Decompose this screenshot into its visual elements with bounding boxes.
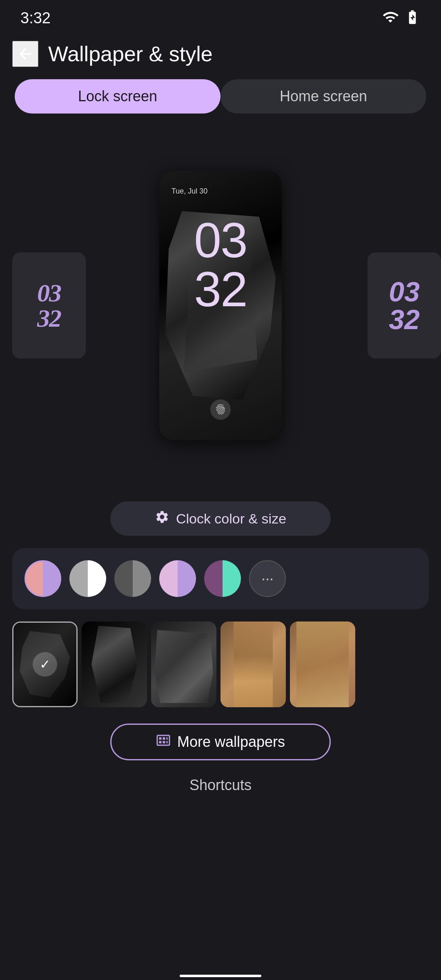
home-indicator	[180, 975, 261, 977]
tab-lock-screen[interactable]: Lock screen	[15, 79, 220, 114]
tab-row: Lock screen Home screen	[0, 75, 441, 122]
phone-clock-hour: 03	[159, 216, 282, 265]
phone-preview[interactable]: Tue, Jul 30 03 32	[159, 171, 282, 440]
clock-color-size-label: Clock color & size	[176, 511, 286, 527]
wallpaper-thumb-1[interactable]	[82, 621, 147, 707]
palette-row: ···	[24, 560, 416, 597]
color-swatch-gray[interactable]	[114, 560, 151, 597]
more-wallpapers-label: More wallpapers	[177, 733, 285, 751]
preview-area: 03 32 Tue, Jul 30 03 32 03 32	[0, 122, 441, 489]
phone-clock-minute: 32	[159, 265, 282, 314]
wallpaper-grid-icon	[156, 733, 171, 751]
right-minute: 32	[389, 305, 420, 333]
top-nav: Wallpaper & style	[0, 33, 441, 75]
gear-icon	[155, 510, 169, 528]
color-swatch-purple-pink[interactable]	[24, 560, 61, 597]
tab-home-screen[interactable]: Home screen	[220, 79, 426, 114]
status-icons	[382, 9, 421, 27]
clock-style-left: 03 32	[37, 280, 61, 331]
more-wallpapers-button[interactable]: More wallpapers	[110, 724, 331, 760]
color-swatch-purple-lavender[interactable]	[159, 560, 196, 597]
color-swatch-more[interactable]: ···	[249, 560, 286, 597]
palette-section: ···	[12, 548, 429, 609]
page-title: Wallpaper & style	[48, 42, 213, 66]
right-hour: 03	[389, 278, 420, 305]
phone-wallpaper: Tue, Jul 30 03 32	[159, 171, 282, 440]
color-swatch-white[interactable]	[69, 560, 106, 597]
wifi-icon	[382, 9, 399, 27]
phone-clock: 03 32	[159, 216, 282, 314]
side-preview-right[interactable]: 03 32	[368, 252, 441, 359]
status-time: 3:32	[20, 9, 51, 27]
left-minute: 32	[37, 305, 61, 331]
clock-style-right: 03 32	[389, 278, 420, 333]
status-bar: 3:32	[0, 0, 441, 33]
fingerprint-icon	[210, 399, 231, 420]
wallpaper-thumb-0[interactable]: ✓ ✓	[12, 621, 78, 707]
side-preview-left[interactable]: 03 32	[12, 252, 86, 359]
wallpaper-thumbs: ✓ ✓	[0, 609, 441, 711]
phone-date: Tue, Jul 30	[172, 187, 207, 196]
wallpaper-thumb-3[interactable]	[220, 621, 286, 707]
clock-color-size-button[interactable]: Clock color & size	[110, 501, 331, 536]
back-button[interactable]	[12, 41, 38, 67]
wallpaper-thumb-2[interactable]	[151, 621, 216, 707]
bottom-bar	[0, 976, 441, 980]
shortcuts-label: Shortcuts	[189, 764, 252, 802]
color-swatch-teal-purple[interactable]	[204, 560, 241, 597]
wallpaper-thumb-4[interactable]	[290, 621, 355, 707]
selected-checkmark-0: ✓	[33, 652, 57, 677]
left-hour: 03	[37, 280, 61, 305]
battery-charging-icon	[404, 9, 421, 27]
